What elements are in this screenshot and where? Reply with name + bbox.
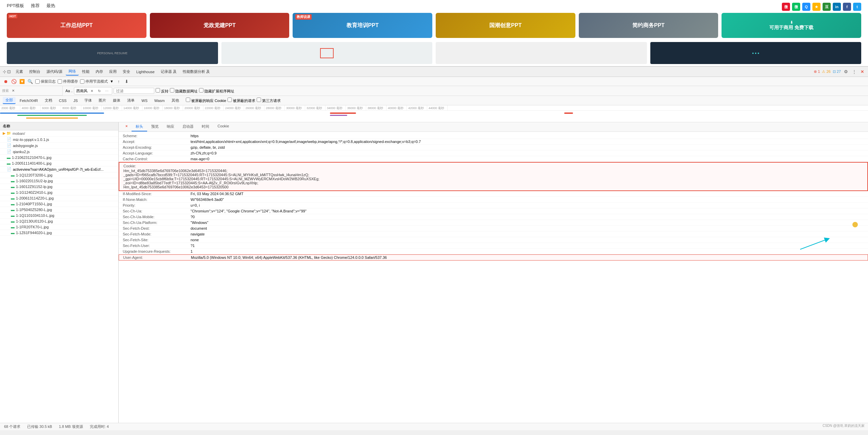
preview-thumb-3[interactable]: [436, 42, 647, 64]
file-item-miz[interactable]: 📄 miz-to-ypppt.v.1.0.1.js: [0, 137, 118, 143]
nav-recommended[interactable]: 推荐: [31, 3, 40, 9]
file-item-img12[interactable]: ▬ 1-1FR20TK70-L.jpg: [0, 224, 118, 230]
settings-button[interactable]: ⚙: [843, 69, 849, 75]
search-network-button[interactable]: 🔍: [27, 78, 33, 84]
star-icon[interactable]: ★: [812, 3, 821, 11]
file-item-activeview[interactable]: 📄 activeview?xai=AKAOjstrn_unRHpsfGP-7l_…: [0, 166, 118, 172]
disable-cache-checkbox[interactable]: [58, 79, 62, 84]
preview-thumb-1[interactable]: PERSONAL RESUME: [7, 42, 218, 64]
more-options-button[interactable]: ⋮: [851, 69, 857, 75]
file-item-img7[interactable]: ▬ 1-200613114Z20-L.jpg: [0, 195, 118, 201]
refresh-domain-button[interactable]: ↻: [96, 88, 102, 94]
invert-checkbox[interactable]: [156, 88, 160, 92]
file-item-qianku[interactable]: 📄 qianku2.js: [0, 149, 118, 155]
record-button[interactable]: ⏺: [3, 78, 9, 84]
linkedin-icon[interactable]: in: [833, 3, 841, 11]
close-search-button[interactable]: ✕: [10, 88, 16, 94]
ppt-banner-party[interactable]: 党政党建PPT: [150, 13, 290, 38]
filter-ws[interactable]: WS: [139, 98, 150, 103]
throttle-label[interactable]: 停用节流模式: [80, 79, 108, 84]
file-item-img5[interactable]: ▬ 1-16012Z91152-lp.jpg: [0, 184, 118, 190]
ppt-banner-national[interactable]: 国潮创意PPT: [436, 13, 575, 38]
import-button[interactable]: ↑: [116, 78, 122, 84]
tab-elements[interactable]: 元素: [13, 68, 26, 75]
blocked-cookies-label[interactable]: 被屏蔽的响应 Cookie: [186, 98, 226, 103]
tab-sources[interactable]: 源代码/源: [44, 68, 65, 75]
filter-manifest[interactable]: 清单: [124, 97, 137, 104]
ppt-banner-business[interactable]: 简约商务PPT: [579, 13, 718, 38]
file-item-img1[interactable]: ▬ 1-2106231210470-L.jpg: [0, 155, 118, 161]
file-item-img2[interactable]: ▬ 1-2005111401400-L.jpg: [0, 161, 118, 166]
device-icon[interactable]: ⊡: [7, 69, 11, 74]
third-party-label[interactable]: 第三方请求: [257, 98, 281, 103]
file-item-img13[interactable]: ▬ 1-1Z61F944020-L.jpg: [0, 230, 118, 236]
file-item-moban[interactable]: ▶ 📁 moban/: [0, 130, 118, 137]
douban-icon[interactable]: 豆: [823, 3, 831, 11]
tab-lighthouse[interactable]: Lighthouse: [134, 69, 157, 75]
nav-ppt-templates[interactable]: PPT模板: [7, 3, 24, 9]
filter-js[interactable]: JS: [71, 98, 80, 103]
filter-doc[interactable]: 文档: [42, 97, 55, 104]
detail-tab-preview[interactable]: 预览: [147, 122, 163, 131]
clear-button[interactable]: 🚫: [11, 78, 17, 84]
file-item-ads[interactable]: 📄 adsbygoogle.js: [0, 143, 118, 149]
export-button[interactable]: ⬇: [124, 78, 130, 84]
detail-tab-response[interactable]: 响应: [163, 122, 178, 131]
filter-img[interactable]: 图片: [96, 97, 109, 104]
tab-security[interactable]: 安全: [120, 68, 133, 75]
filter-toggle-button[interactable]: 🔽: [19, 78, 25, 84]
filter-all[interactable]: 全部: [3, 97, 16, 104]
close-devtools-button[interactable]: ✕: [859, 69, 865, 75]
tab-network[interactable]: 网络: [66, 68, 79, 76]
filter-fetch-xhr[interactable]: Fetch/XHR: [17, 98, 41, 103]
detail-tab-headers[interactable]: 标头: [132, 122, 147, 131]
throttle-checkbox[interactable]: [80, 79, 84, 84]
filter-css[interactable]: CSS: [56, 98, 70, 103]
file-item-img8[interactable]: ▬ 1-21040PT1550-L.jpg: [0, 201, 118, 207]
tab-memory[interactable]: 内存: [93, 68, 106, 75]
tab-console[interactable]: 控制台: [26, 68, 43, 75]
weibo-icon[interactable]: 微: [782, 3, 790, 11]
preview-thumb-4[interactable]: ● ● ●: [650, 42, 862, 64]
twitter-icon[interactable]: t: [853, 3, 861, 11]
preserve-log-label[interactable]: 保留日志: [35, 79, 56, 84]
clear-domain-button[interactable]: ✕: [89, 88, 95, 94]
detail-tab-timing[interactable]: 时间: [198, 122, 213, 131]
file-item-img4[interactable]: ▬ 1-160220115U2-lp.jpg: [0, 178, 118, 184]
filter-font[interactable]: 字体: [82, 97, 95, 104]
hide-data-urls-checkbox[interactable]: [170, 88, 174, 92]
third-party-checkbox[interactable]: [257, 98, 261, 102]
detail-close[interactable]: ×: [121, 122, 132, 131]
ppt-banner-free[interactable]: ⬇ 可用于商用 免费下载: [722, 13, 861, 38]
blocked-requests-label[interactable]: 被屏蔽的请求: [228, 98, 255, 103]
blocked-requests-checkbox[interactable]: [228, 98, 232, 102]
preview-thumb-2[interactable]: [221, 42, 433, 64]
file-item-img10[interactable]: ▬ 1-1Q1101034110-L.jpg: [0, 213, 118, 219]
tab-performance[interactable]: 性能: [79, 68, 92, 75]
more-domain-button[interactable]: ⋯: [104, 88, 110, 94]
file-item-img6[interactable]: ▬ 1-1G1240Z2410-L.jpg: [0, 190, 118, 195]
hide-data-urls-label[interactable]: 隐藏数据网址: [170, 88, 198, 94]
hide-ext-urls-label[interactable]: 隐藏扩展程序网址: [199, 88, 234, 94]
file-item-img3[interactable]: ▬ 1-1Q1220T3200-L.jpg: [0, 172, 118, 178]
disable-cache-label[interactable]: 停用缓存: [58, 79, 78, 84]
file-item-img11[interactable]: ▬ 1-1Q2130U0120-L.jpg: [0, 219, 118, 224]
detail-tab-cookie[interactable]: Cookie: [213, 122, 233, 131]
tab-perf-insights[interactable]: 性能数据分析 及: [180, 68, 213, 75]
throttle-dropdown[interactable]: ▼: [110, 79, 114, 83]
invert-label[interactable]: 反转: [156, 88, 169, 94]
blocked-cookies-checkbox[interactable]: [186, 98, 190, 102]
detail-tab-initiator[interactable]: 启动器: [178, 122, 198, 131]
wechat-icon[interactable]: 微: [792, 3, 800, 11]
filter-wasm[interactable]: Wasm: [152, 98, 167, 103]
qq-icon[interactable]: Q: [802, 3, 810, 11]
file-item-img9[interactable]: ▬ 1-1P5040Z5280-L.jpg: [0, 207, 118, 213]
filter-media[interactable]: 媒体: [110, 97, 123, 104]
tab-application[interactable]: 应用: [106, 68, 119, 75]
ppt-banner-work[interactable]: HOT 工作总结PPT: [7, 13, 146, 38]
ppt-banner-education[interactable]: 教师说课 教育培训PPT: [293, 13, 432, 38]
inspect-icon[interactable]: ⊹: [3, 69, 6, 74]
filter-other[interactable]: 其他: [169, 97, 182, 104]
hide-ext-urls-checkbox[interactable]: [199, 88, 203, 92]
preserve-log-checkbox[interactable]: [35, 79, 40, 84]
